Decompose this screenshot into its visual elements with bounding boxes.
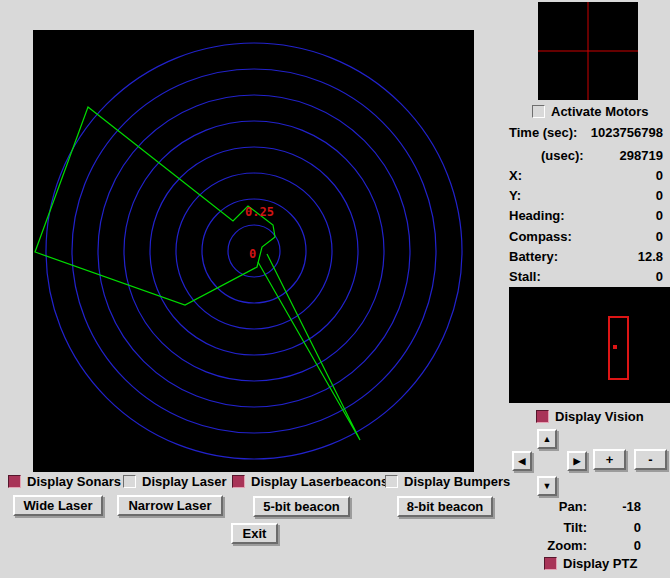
zoom-row: Zoom: 0 xyxy=(535,539,641,553)
camera-crosshair-canvas xyxy=(538,2,638,100)
display-ptz-label: Display PTZ xyxy=(563,557,637,570)
display-bumpers-checkbox[interactable] xyxy=(385,475,398,488)
zoom-out-button[interactable]: - xyxy=(634,449,667,470)
minus-icon: - xyxy=(648,452,652,467)
plus-icon: + xyxy=(606,452,614,467)
display-vision-label: Display Vision xyxy=(555,410,644,423)
telemetry-label: Y: xyxy=(509,189,521,203)
telemetry-label: Time (sec): xyxy=(509,126,577,140)
svg-text:0: 0 xyxy=(249,247,256,261)
display-vision-row[interactable]: Display Vision xyxy=(536,409,644,424)
display-laserbeacons-row[interactable]: Display Laserbeacons xyxy=(232,474,388,489)
zoom-in-button[interactable]: + xyxy=(593,449,626,470)
down-arrow-icon: ▼ xyxy=(543,482,552,491)
telemetry-stall-row: Stall: 0 xyxy=(509,270,663,284)
five-bit-beacon-button[interactable]: 5-bit beacon xyxy=(253,496,350,517)
pan-label: Pan: xyxy=(535,500,587,514)
telemetry-value: 0 xyxy=(656,169,663,183)
telemetry-label: Compass: xyxy=(509,230,572,244)
right-arrow-icon: ▶ xyxy=(574,457,581,466)
svg-text:0.25: 0.25 xyxy=(245,205,274,219)
telemetry-value: 298719 xyxy=(620,149,663,163)
tilt-up-button[interactable]: ▲ xyxy=(537,429,557,449)
telemetry-value: 0 xyxy=(656,189,663,203)
telemetry-label: (usec): xyxy=(541,149,584,163)
telemetry-y-row: Y: 0 xyxy=(509,189,663,203)
pan-right-button[interactable]: ▶ xyxy=(567,451,587,471)
display-sonars-checkbox[interactable] xyxy=(8,475,21,488)
telemetry-time-row: Time (sec): 1023756798 xyxy=(509,126,663,140)
display-laser-checkbox[interactable] xyxy=(123,475,136,488)
telemetry-value: 0 xyxy=(656,270,663,284)
telemetry-label: Heading: xyxy=(509,209,565,223)
telemetry-label: Stall: xyxy=(509,270,541,284)
tilt-value: 0 xyxy=(634,521,641,535)
display-vision-checkbox[interactable] xyxy=(536,410,549,423)
telemetry-value: 12.8 xyxy=(638,250,663,264)
telemetry-label: Battery: xyxy=(509,250,558,264)
telemetry-heading-row: Heading: 0 xyxy=(509,209,663,223)
display-ptz-checkbox[interactable] xyxy=(544,557,557,570)
display-laser-row[interactable]: Display Laser xyxy=(123,474,227,489)
display-laser-label: Display Laser xyxy=(142,475,227,488)
sonar-display-canvas: 0.250 xyxy=(33,30,474,472)
display-sonars-row[interactable]: Display Sonars xyxy=(8,474,121,489)
zoom-label: Zoom: xyxy=(535,539,587,553)
telemetry-compass-row: Compass: 0 xyxy=(509,230,663,244)
telemetry-label: X: xyxy=(509,169,522,183)
display-laserbeacons-checkbox[interactable] xyxy=(232,475,245,488)
pan-left-button[interactable]: ◀ xyxy=(512,451,532,471)
telemetry-usec-row: (usec): 298719 xyxy=(509,149,663,163)
telemetry-value: 0 xyxy=(656,230,663,244)
telemetry-value: 1023756798 xyxy=(591,126,663,140)
display-bumpers-label: Display Bumpers xyxy=(404,475,510,488)
display-bumpers-row[interactable]: Display Bumpers xyxy=(385,474,510,489)
left-arrow-icon: ◀ xyxy=(519,457,526,466)
robot-control-window: 0.250 Activate Motors Time (sec): 102375… xyxy=(0,0,670,578)
exit-button[interactable]: Exit xyxy=(231,523,278,544)
telemetry-value: 0 xyxy=(656,209,663,223)
activate-motors-label: Activate Motors xyxy=(551,105,649,118)
pan-row: Pan: -18 xyxy=(535,500,641,514)
wide-laser-button[interactable]: Wide Laser xyxy=(13,495,103,516)
eight-bit-beacon-button[interactable]: 8-bit beacon xyxy=(397,496,493,517)
telemetry-battery-row: Battery: 12.8 xyxy=(509,250,663,264)
display-sonars-label: Display Sonars xyxy=(27,475,121,488)
activate-motors-checkbox[interactable] xyxy=(532,105,545,118)
tilt-down-button[interactable]: ▼ xyxy=(537,476,557,496)
zoom-value: 0 xyxy=(634,539,641,553)
display-laserbeacons-label: Display Laserbeacons xyxy=(251,475,388,488)
pan-value: -18 xyxy=(622,500,641,514)
display-ptz-row[interactable]: Display PTZ xyxy=(544,556,637,571)
tilt-label: Tilt: xyxy=(535,521,587,535)
telemetry-x-row: X: 0 xyxy=(509,169,663,183)
narrow-laser-button[interactable]: Narrow Laser xyxy=(117,495,223,516)
tilt-row: Tilt: 0 xyxy=(535,521,641,535)
up-arrow-icon: ▲ xyxy=(543,435,552,444)
activate-motors-row[interactable]: Activate Motors xyxy=(532,104,649,119)
vision-display-canvas xyxy=(509,287,670,403)
